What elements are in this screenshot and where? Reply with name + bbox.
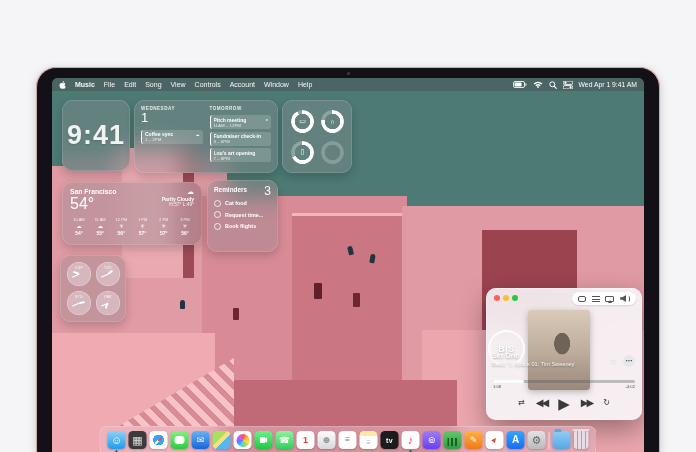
world-clock-face: SYD: [67, 291, 91, 315]
next-button[interactable]: ▶▶: [581, 398, 592, 408]
hourly-forecast-item: 3 PM ☀ 56°: [176, 217, 194, 236]
menubar-item[interactable]: Edit: [124, 81, 136, 88]
maps-dock-icon[interactable]: [213, 431, 231, 449]
repeat-button[interactable]: ↻: [603, 399, 610, 407]
music-dock-icon[interactable]: ♪: [402, 431, 420, 449]
reminder-checkbox-ring[interactable]: [214, 223, 221, 230]
laptop-device: Music File Edit Song View Controls Accou…: [36, 67, 660, 452]
hour-label: 10 AM: [73, 217, 84, 222]
menu-bar: Music File Edit Song View Controls Accou…: [52, 78, 644, 91]
hour-temp: 57°: [160, 230, 168, 236]
messages-dock-icon[interactable]: [171, 431, 189, 449]
hourly-forecast-item: 1 PM ☀ 57°: [134, 217, 152, 236]
mail-dock-icon[interactable]: ✉: [192, 431, 210, 449]
event-icon: ☁: [196, 132, 200, 137]
hour-label: 1 PM: [138, 217, 147, 222]
close-window-button[interactable]: [494, 295, 500, 301]
volume-icon[interactable]: [620, 295, 630, 302]
world-clock-widget[interactable]: CUP TOK SYD PAR: [60, 255, 126, 322]
weather-city: San Francisco: [70, 188, 116, 195]
reminder-checkbox-ring[interactable]: [214, 211, 221, 218]
calendar-dock-icon[interactable]: 1: [297, 431, 315, 449]
pages-dock-icon[interactable]: ✎: [465, 431, 483, 449]
queue-icon[interactable]: [592, 296, 600, 302]
hourly-forecast-item: 2 PM ☀ 57°: [155, 217, 173, 236]
laptop-battery-ring: ▭: [291, 110, 314, 133]
rocket-app-dock-icon[interactable]: ▲: [486, 431, 504, 449]
phone-dock-icon[interactable]: ☎: [276, 431, 294, 449]
progress-bar[interactable]: [493, 380, 635, 383]
menubar-item[interactable]: Account: [230, 81, 255, 88]
apple-tv-dock-icon[interactable]: tv: [381, 431, 399, 449]
event-icon: ▸: [266, 117, 268, 122]
contacts-dock-icon[interactable]: ☻: [318, 431, 336, 449]
zoom-window-button[interactable]: [512, 295, 518, 301]
previous-button[interactable]: ◀◀: [536, 398, 547, 408]
search-icon[interactable]: [549, 81, 557, 89]
reminders-widget[interactable]: Reminders 3 Cat food Request time... Boo…: [207, 180, 278, 252]
weather-condition-icon: ☀: [119, 223, 124, 229]
battery-icon[interactable]: [513, 81, 527, 88]
control-center-icon[interactable]: [563, 81, 573, 89]
trash-dock-icon[interactable]: [574, 431, 589, 449]
world-clock-face: TOK: [96, 262, 120, 286]
menubar-item[interactable]: Music: [75, 81, 95, 88]
calendar-event[interactable]: Lou's art opening 7 – 8PM: [210, 148, 272, 162]
screen: Music File Edit Song View Controls Accou…: [52, 78, 644, 452]
reminder-item[interactable]: Cat food: [214, 200, 271, 207]
reminder-item[interactable]: Request time...: [214, 211, 271, 218]
weather-condition-icon: ☁: [162, 188, 194, 196]
chart-app-dock-icon[interactable]: [444, 431, 462, 449]
launchpad-dock-icon[interactable]: ▦: [129, 431, 147, 449]
menubar-item[interactable]: View: [171, 81, 186, 88]
weather-condition-icon: ☀: [182, 223, 187, 229]
safari-dock-icon[interactable]: [150, 431, 168, 449]
weather-widget[interactable]: San Francisco 54° ☁ Partly Cloudy H:57° …: [62, 182, 202, 245]
transport-controls: ⇄ ◀◀ ▶ ▶▶ ↻: [486, 389, 642, 417]
apple-menu-icon[interactable]: [59, 81, 66, 89]
finder-dock-icon[interactable]: ☺: [108, 431, 126, 449]
batteries-widget[interactable]: ▭ ∩ ▯: [282, 100, 352, 173]
calendar-event[interactable]: Pitch meeting ▸ 11AM – 12PM: [210, 115, 272, 129]
weather-condition-icon: ☁: [76, 223, 82, 229]
calendar-date: 1: [141, 111, 203, 126]
airplay-icon[interactable]: [605, 296, 614, 302]
app-store-dock-icon[interactable]: A: [507, 431, 525, 449]
reminder-item[interactable]: Book flights: [214, 223, 271, 230]
lyrics-icon[interactable]: [578, 296, 586, 302]
podcasts-dock-icon[interactable]: ⊚: [423, 431, 441, 449]
settings-dock-icon[interactable]: ⚙: [528, 431, 546, 449]
hourly-forecast-item: 11 AM ☁ 55°: [91, 217, 109, 236]
menubar-item[interactable]: Controls: [195, 81, 221, 88]
menubar-item[interactable]: Window: [264, 81, 289, 88]
device-icon: ▭: [299, 117, 306, 125]
calendar-widget[interactable]: WEDNESDAY 1 Coffee sync ☁ 1 – 2PM TOMORR…: [134, 100, 278, 173]
reminder-checkbox-ring[interactable]: [214, 200, 221, 207]
favorite-star-button[interactable]: ☆: [610, 356, 617, 365]
minimize-window-button[interactable]: [503, 295, 509, 301]
reminders-dock-icon[interactable]: ≡: [339, 431, 357, 449]
facetime-dock-icon[interactable]: [255, 431, 273, 449]
downloads-folder-dock-icon[interactable]: [553, 431, 571, 449]
shuffle-button[interactable]: ⇄: [518, 399, 525, 407]
wifi-icon[interactable]: [533, 81, 543, 88]
photos-dock-icon[interactable]: [234, 431, 252, 449]
doorway: [233, 308, 239, 320]
track-subtitle: Beats In Space 01: Tim Sweeney: [492, 361, 574, 367]
play-button[interactable]: ▶: [558, 396, 570, 411]
calendar-event[interactable]: Coffee sync ☁ 1 – 2PM: [141, 130, 203, 144]
hour-temp: 56°: [181, 230, 189, 236]
mouse-battery-ring: ▯: [291, 141, 314, 164]
reminders-title: Reminders: [214, 186, 247, 193]
menubar-item[interactable]: Help: [298, 81, 312, 88]
menubar-clock[interactable]: Wed Apr 1 9:41 AM: [579, 81, 637, 88]
menubar-item[interactable]: Song: [145, 81, 161, 88]
notes-dock-icon[interactable]: ≡: [360, 431, 378, 449]
calendar-event[interactable]: Fundraiser check-in 3 – 6PM: [210, 132, 272, 146]
hour-temp: 56°: [118, 230, 126, 236]
more-options-button[interactable]: ⋯: [623, 355, 635, 367]
menubar-item[interactable]: File: [104, 81, 115, 88]
clock-widget[interactable]: 9:41: [62, 100, 130, 171]
person-silhouette: [180, 300, 185, 309]
event-time: 3 – 6PM: [214, 139, 269, 144]
